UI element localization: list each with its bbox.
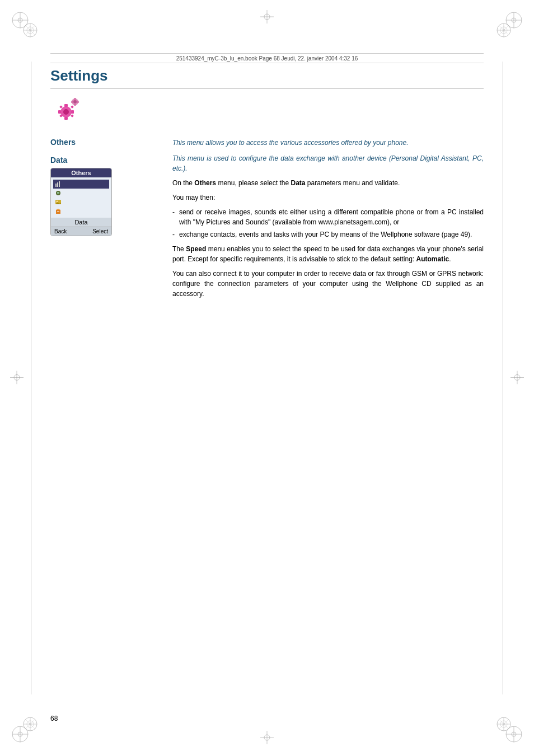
bar-chart-icon	[54, 180, 62, 188]
svg-point-54	[57, 201, 58, 203]
phone-screen-body	[51, 177, 111, 218]
left-column: Others Data Others	[50, 138, 168, 303]
page-title: Settings	[50, 67, 484, 88]
web-mark-top-right	[496, 22, 512, 40]
data-bullet-list: send or receive images, sounds etc eithe…	[172, 207, 484, 240]
web-mark-bottom-left	[22, 716, 38, 734]
others-heading: Others	[50, 138, 159, 147]
nav-select: Select	[92, 228, 108, 234]
nav-back: Back	[54, 228, 67, 234]
para2-bold1: Others	[194, 179, 216, 187]
data-paragraph-3: You may then:	[172, 192, 484, 203]
svg-rect-45	[74, 104, 76, 106]
data-paragraph-2: On the Others menu, please select the Da…	[172, 178, 484, 188]
svg-point-32	[63, 109, 69, 115]
svg-rect-35	[58, 110, 61, 114]
data-paragraph-4: The Speed menu enables you to select the…	[172, 244, 484, 264]
svg-rect-38	[71, 105, 74, 109]
reg-mark-top-center	[260, 10, 274, 25]
web-mark-top-left	[22, 22, 38, 40]
para2-pre: On the	[172, 179, 194, 187]
svg-rect-52	[57, 192, 59, 194]
reg-mark-bottom-center	[260, 731, 274, 746]
page-number: 68	[50, 715, 58, 722]
svg-rect-49	[57, 182, 58, 187]
others-description: This menu allows you to access the vario…	[172, 138, 484, 148]
image-icon	[54, 198, 62, 206]
data-paragraph-5: You can also connect it to your computer…	[172, 269, 484, 299]
svg-rect-46	[71, 101, 73, 103]
svg-rect-33	[64, 104, 68, 107]
file-info-bar: 251433924_myC-3b_lu_en.book Page 68 Jeud…	[50, 53, 484, 63]
svg-marker-57	[56, 209, 60, 210]
svg-rect-48	[55, 184, 57, 187]
svg-point-43	[73, 100, 77, 104]
settings-gear-icon	[50, 95, 84, 129]
bullet-item-1: send or receive images, sounds etc eithe…	[172, 207, 484, 227]
svg-rect-58	[57, 211, 59, 212]
data-description-italic: This menu is used to configure the data …	[172, 153, 484, 173]
svg-rect-47	[77, 101, 79, 103]
para2-bold2: Data	[291, 179, 305, 187]
para4-bold2: Automatic	[416, 255, 449, 263]
file-info-text: 251433924_myC-3b_lu_en.book Page 68 Jeud…	[176, 55, 358, 62]
box-icon	[54, 207, 62, 215]
phone-screen-label: Data	[51, 218, 111, 227]
crop-mark-right	[503, 62, 503, 694]
para2-mid: menu, please select the	[216, 179, 291, 187]
svg-rect-36	[71, 110, 74, 114]
main-content: Settings	[50, 67, 484, 706]
phone-menu-item-3	[53, 198, 109, 206]
phone-image-area: Others	[50, 168, 159, 236]
para4-pre: The	[172, 245, 186, 253]
reg-mark-mid-left	[10, 370, 24, 386]
reg-mark-mid-right	[510, 370, 524, 386]
web-mark-bottom-right	[496, 716, 512, 734]
page-container: 251433924_myC-3b_lu_en.book Page 68 Jeud…	[0, 0, 534, 756]
phone-screen-title: Others	[51, 168, 111, 177]
phone-screen: Others	[50, 168, 112, 236]
svg-rect-44	[74, 98, 76, 100]
gear-icon-area	[50, 95, 484, 129]
phone-nav-bar: Back Select	[51, 227, 111, 236]
phone-menu-item-2	[53, 189, 109, 198]
svg-rect-50	[59, 181, 60, 187]
para4-post: .	[449, 255, 451, 263]
crop-mark-left	[31, 62, 31, 694]
svg-rect-40	[71, 114, 74, 118]
svg-rect-34	[64, 117, 68, 120]
phone-menu-item-1	[53, 180, 109, 189]
bullet-item-2: exchange contacts, events and tasks with…	[172, 229, 484, 240]
phone-icon	[54, 189, 62, 197]
content-columns: Others Data Others	[50, 138, 484, 303]
para2-post: parameters menu and validate.	[305, 179, 400, 187]
phone-menu-item-4	[53, 206, 109, 215]
para4-bold1: Speed	[186, 245, 206, 253]
data-heading: Data	[50, 156, 159, 165]
right-column: This menu allows you to access the vario…	[168, 138, 484, 303]
